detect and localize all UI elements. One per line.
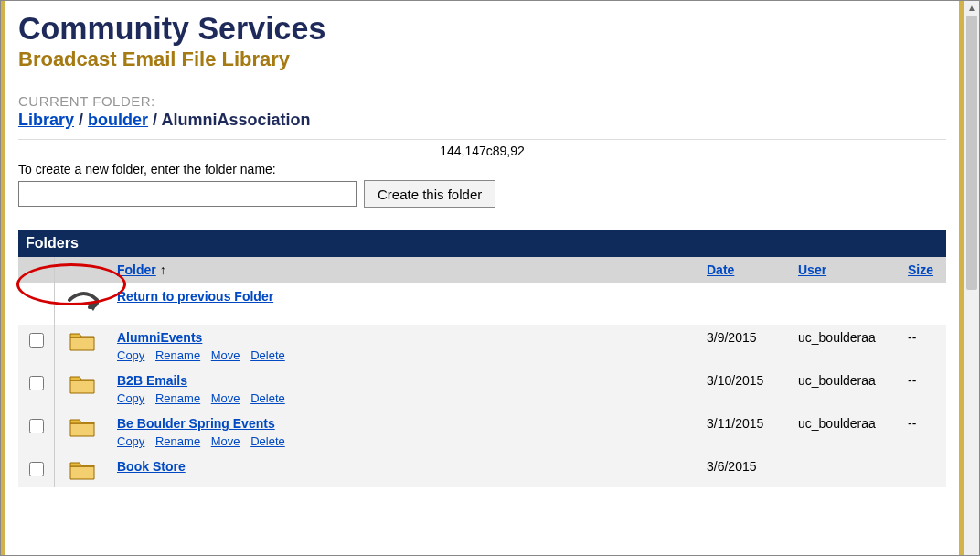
row-date: 3/9/2015 <box>699 325 791 368</box>
row-date: 3/10/2015 <box>699 368 791 411</box>
current-folder-label: CURRENT FOLDER: <box>18 93 946 109</box>
create-folder-button[interactable]: Create this folder <box>364 180 495 208</box>
move-action[interactable]: Move <box>211 434 240 448</box>
sort-folder-link[interactable]: Folder <box>117 262 156 277</box>
folder-icon <box>55 411 111 454</box>
sort-size-link[interactable]: Size <box>908 262 933 277</box>
column-select-all <box>18 257 55 283</box>
row-size: -- <box>900 325 946 368</box>
return-to-previous-link[interactable]: Return to previous Folder <box>117 289 273 304</box>
breadcrumb-sep: / <box>79 111 88 129</box>
scroll-thumb[interactable] <box>966 16 977 290</box>
create-folder-prompt: To create a new folder, enter the folder… <box>18 162 946 176</box>
delete-action[interactable]: Delete <box>250 434 285 448</box>
svg-marker-0 <box>86 302 99 311</box>
row-checkbox[interactable] <box>29 462 44 476</box>
folder-link[interactable]: B2B Emails <box>117 373 187 388</box>
row-size: -- <box>900 368 946 411</box>
column-folder: Folder ↑ <box>110 257 699 283</box>
rename-action[interactable]: Rename <box>155 391 200 405</box>
folder-icon <box>55 454 111 486</box>
folder-link[interactable]: Be Boulder Spring Events <box>117 416 275 431</box>
divider <box>18 139 946 140</box>
row-user: uc_boulderaa <box>791 325 900 368</box>
folders-section-header: Folders <box>18 230 946 257</box>
rename-action[interactable]: Rename <box>155 434 200 448</box>
app-title: Community Services <box>18 9 946 47</box>
row-size <box>900 454 946 486</box>
row-size: -- <box>900 411 946 454</box>
scrollbar[interactable]: ▲ <box>964 1 979 555</box>
breadcrumb: Library / boulder / AlumniAssociation <box>18 111 946 130</box>
row-checkbox[interactable] <box>29 376 44 390</box>
copy-action[interactable]: Copy <box>117 391 144 405</box>
sort-user-link[interactable]: User <box>798 262 826 277</box>
row-checkbox[interactable] <box>29 333 44 348</box>
sort-date-link[interactable]: Date <box>707 262 734 277</box>
rename-action[interactable]: Rename <box>155 348 200 362</box>
move-action[interactable]: Move <box>211 348 240 362</box>
row-user: uc_boulderaa <box>791 411 900 454</box>
folder-icon <box>55 325 111 368</box>
move-action[interactable]: Move <box>211 391 240 405</box>
scroll-up-icon[interactable]: ▲ <box>964 3 979 13</box>
copy-action[interactable]: Copy <box>117 348 144 362</box>
folders-table: Folder ↑ Date User Size <box>18 257 946 486</box>
debug-text: 144,147c89,92 <box>18 144 946 158</box>
folder-link[interactable]: Book Store <box>117 459 186 474</box>
row-date: 3/6/2015 <box>699 454 791 486</box>
page-subtitle: Broadcast Email File Library <box>18 48 946 71</box>
breadcrumb-current: AlumniAssociation <box>161 111 310 129</box>
row-user <box>791 454 900 486</box>
folder-link[interactable]: AlumniEvents <box>117 330 202 345</box>
row-user: uc_boulderaa <box>791 368 900 411</box>
folder-icon <box>55 368 111 411</box>
return-arrow-icon <box>62 289 102 319</box>
delete-action[interactable]: Delete <box>250 348 285 362</box>
row-date: 3/11/2015 <box>699 411 791 454</box>
breadcrumb-library-link[interactable]: Library <box>18 111 74 129</box>
delete-action[interactable]: Delete <box>250 391 285 405</box>
sort-indicator-icon: ↑ <box>160 262 166 277</box>
row-checkbox[interactable] <box>29 419 44 433</box>
column-icon <box>55 257 111 283</box>
copy-action[interactable]: Copy <box>117 434 144 448</box>
breadcrumb-campus-link[interactable]: boulder <box>88 111 148 129</box>
new-folder-name-input[interactable] <box>18 181 357 207</box>
